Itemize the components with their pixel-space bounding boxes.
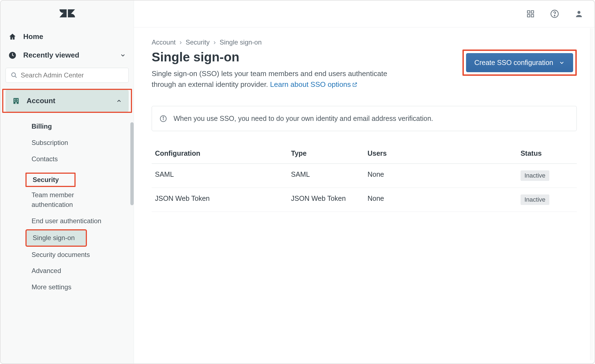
chevron-down-icon xyxy=(559,60,565,66)
cell-type: JSON Web Token xyxy=(288,188,364,212)
status-badge: Inactive xyxy=(521,194,549,205)
crumb-account[interactable]: Account xyxy=(152,38,176,46)
zendesk-logo-icon xyxy=(60,8,75,20)
th-config: Configuration xyxy=(152,144,288,164)
subnav-more-settings[interactable]: More settings xyxy=(1,279,134,295)
svg-rect-7 xyxy=(17,99,18,100)
main: Account › Security › Single sign-on Sing… xyxy=(134,1,594,363)
svg-rect-6 xyxy=(14,99,15,100)
topbar xyxy=(134,1,594,27)
svg-rect-10 xyxy=(15,102,17,104)
subnav-advanced[interactable]: Advanced xyxy=(1,263,134,279)
subnav-security-heading[interactable]: Security xyxy=(25,173,76,187)
svg-line-4 xyxy=(15,76,17,78)
crumb-sso: Single sign-on xyxy=(219,38,262,46)
help-icon[interactable] xyxy=(550,9,559,18)
table-row[interactable]: JSON Web Token JSON Web Token None Inact… xyxy=(152,188,577,212)
th-users: Users xyxy=(364,144,517,164)
sso-config-table: Configuration Type Users Status SAML SAM… xyxy=(152,144,577,212)
search-wrap xyxy=(1,64,134,88)
cell-config: SAML xyxy=(152,164,288,188)
svg-point-3 xyxy=(12,73,15,77)
nav-recently-viewed[interactable]: Recently viewed xyxy=(1,46,134,64)
clock-icon xyxy=(8,51,17,59)
nav-home[interactable]: Home xyxy=(1,27,134,46)
chevron-down-icon xyxy=(120,52,126,58)
breadcrumb: Account › Security › Single sign-on xyxy=(152,38,577,46)
subnav-subscription[interactable]: Subscription xyxy=(1,135,134,151)
banner-text: When you use SSO, you need to do your ow… xyxy=(174,115,433,123)
create-sso-button[interactable]: Create SSO configuration xyxy=(466,53,573,72)
svg-rect-14 xyxy=(531,15,534,17)
building-icon xyxy=(12,97,20,105)
svg-point-20 xyxy=(163,117,164,118)
search-box[interactable] xyxy=(6,68,129,83)
highlight-account: Account xyxy=(2,89,132,113)
svg-rect-11 xyxy=(527,11,530,13)
section-account-label: Account xyxy=(27,97,55,105)
subnav-team-auth[interactable]: Team member authentication xyxy=(1,187,134,213)
cell-users: None xyxy=(364,188,517,212)
sidebar: Home Recently viewed Account Billing Sub… xyxy=(1,1,134,363)
learn-sso-link-text: Learn about SSO options xyxy=(270,80,351,89)
crumb-sep: › xyxy=(180,38,182,46)
svg-rect-12 xyxy=(531,11,534,13)
chevron-up-icon xyxy=(116,98,122,104)
apps-icon[interactable] xyxy=(526,10,535,18)
info-icon xyxy=(160,115,167,122)
subnav: Billing Subscription Contacts Security T… xyxy=(1,113,134,295)
section-account[interactable]: Account xyxy=(6,90,129,112)
svg-rect-9 xyxy=(17,100,18,102)
highlight-cta: Create SSO configuration xyxy=(462,50,577,76)
subnav-billing[interactable]: Billing xyxy=(1,118,134,135)
th-status: Status xyxy=(517,144,577,164)
home-icon xyxy=(8,33,17,41)
sidebar-scrollbar[interactable] xyxy=(130,122,134,205)
crumb-sep: › xyxy=(213,38,216,46)
svg-rect-13 xyxy=(527,15,530,17)
nav-home-label: Home xyxy=(23,32,43,41)
subnav-contacts[interactable]: Contacts xyxy=(1,151,134,167)
page-title: Single sign-on xyxy=(152,50,401,64)
cell-users: None xyxy=(364,164,517,188)
svg-rect-8 xyxy=(14,100,15,102)
info-banner: When you use SSO, you need to do your ow… xyxy=(152,106,577,131)
cell-config: JSON Web Token xyxy=(152,188,288,212)
external-link-icon xyxy=(352,80,358,90)
search-icon xyxy=(11,72,17,79)
create-sso-label: Create SSO configuration xyxy=(474,59,553,67)
table-row[interactable]: SAML SAML None Inactive xyxy=(152,164,577,188)
brand-logo xyxy=(1,1,134,27)
page-description: Single sign-on (SSO) lets your team memb… xyxy=(152,68,401,90)
svg-point-16 xyxy=(554,15,555,16)
status-badge: Inactive xyxy=(521,170,549,181)
subnav-single-sign-on[interactable]: Single sign-on xyxy=(25,229,87,247)
svg-point-17 xyxy=(578,11,581,14)
crumb-security[interactable]: Security xyxy=(186,38,210,46)
profile-icon[interactable] xyxy=(575,9,583,18)
subnav-enduser-auth[interactable]: End user authentication xyxy=(1,213,134,229)
header-text: Single sign-on Single sign-on (SSO) lets… xyxy=(152,50,401,90)
subnav-security-docs[interactable]: Security documents xyxy=(1,247,134,263)
main-scrollbar[interactable] xyxy=(590,28,593,360)
search-input[interactable] xyxy=(21,71,123,79)
content: Account › Security › Single sign-on Sing… xyxy=(134,27,594,363)
nav-recently-viewed-label: Recently viewed xyxy=(23,51,79,59)
cell-type: SAML xyxy=(288,164,364,188)
learn-sso-link[interactable]: Learn about SSO options xyxy=(270,80,358,89)
th-type: Type xyxy=(288,144,364,164)
